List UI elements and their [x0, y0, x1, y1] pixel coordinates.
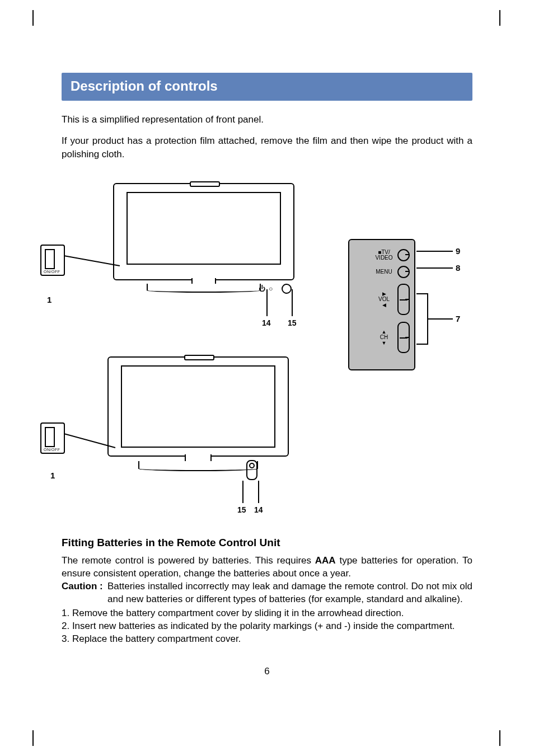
- tv-top-illustration: [113, 183, 292, 295]
- menu-label: MENU: [371, 269, 397, 275]
- step-2: 2. Insert new batteries as indicated by …: [62, 620, 472, 633]
- power-switch-callout-top: ON/OFF: [40, 245, 65, 276]
- callout-1: 1: [50, 471, 55, 480]
- steps-list: 1. Remove the battery compartment cover …: [62, 607, 472, 646]
- step-3: 3. Replace the battery compartment cover…: [62, 633, 472, 646]
- leader-line-icon: [64, 428, 120, 450]
- leader-line-icon: [264, 289, 303, 323]
- section-heading: Description of controls: [62, 73, 472, 101]
- round-button-icon: [397, 266, 410, 278]
- batteries-heading: Fitting Batteries in the Remote Control …: [62, 537, 472, 549]
- callout-9: 9: [456, 246, 460, 256]
- page: Description of controls This is a simpli…: [0, 0, 534, 756]
- tv-video-label: ■TV/ VIDEO: [371, 250, 397, 261]
- page-number: 6: [62, 666, 472, 677]
- callout-15: 15: [237, 505, 246, 514]
- caution-text: Batteries installed incorrectly may leak…: [107, 580, 472, 606]
- round-button-icon: [397, 249, 410, 261]
- label-text: VIDEO: [375, 255, 392, 261]
- caution-block: Caution : Batteries installed incorrectl…: [62, 580, 472, 606]
- step-1: 1. Remove the battery compartment cover …: [62, 607, 472, 620]
- crop-mark-icon: [499, 10, 500, 26]
- vol-label-group: ▶ VOL ◀: [371, 292, 397, 308]
- crop-mark-icon: [499, 730, 500, 746]
- tv-bottom-illustration: [107, 356, 287, 474]
- leader-line-icon: [238, 481, 272, 509]
- callout-7: 7: [456, 314, 460, 323]
- rocker-button-icon: [397, 322, 410, 353]
- text: The remote control is powered by batteri…: [62, 555, 315, 566]
- intro-paragraph-2: If your product has a protection film at…: [62, 134, 472, 161]
- svg-line-0: [64, 256, 120, 266]
- svg-line-5: [64, 434, 115, 448]
- crop-mark-icon: [32, 10, 34, 26]
- text: ) inside the compartment.: [348, 621, 455, 631]
- crop-mark-icon: [32, 730, 34, 746]
- leader-line-icon: [416, 243, 461, 372]
- batteries-paragraph: The remote control is powered by batteri…: [62, 555, 472, 580]
- ch-label-group: ▲ CH ▼: [371, 330, 397, 346]
- text: and: [323, 621, 344, 631]
- power-switch-label: ON/OFF: [44, 270, 60, 274]
- leader-line-icon: [64, 250, 125, 267]
- power-switch-label: ON/OFF: [44, 448, 60, 452]
- plus-sign: +: [317, 621, 323, 631]
- arrow-left-icon: ◀: [382, 303, 386, 308]
- callout-14: 14: [254, 505, 263, 514]
- intro-text: This is a simplified representation of f…: [62, 113, 472, 161]
- caution-label: Caution :: [62, 580, 107, 606]
- intro-paragraph-1: This is a simplified representation of f…: [62, 113, 472, 126]
- diagram: ⏻ ○ ON/OFF 1 14 15 ■TV/ VIDEO: [63, 177, 471, 524]
- aaa-text: AAA: [315, 555, 336, 566]
- text: 2. Insert new batteries as indicated by …: [62, 621, 317, 631]
- front-rocker-icon: [246, 460, 257, 480]
- callout-8: 8: [456, 263, 460, 273]
- arrow-down-icon: ▼: [382, 341, 387, 346]
- callout-1: 1: [47, 295, 51, 304]
- callout-15: 15: [288, 318, 297, 327]
- rocker-button-icon: [397, 284, 410, 315]
- callout-14: 14: [262, 318, 271, 327]
- side-panel-illustration: ■TV/ VIDEO MENU ▶ VOL ◀ ▲ C: [348, 239, 415, 370]
- power-switch-callout-bottom: ON/OFF: [40, 422, 65, 454]
